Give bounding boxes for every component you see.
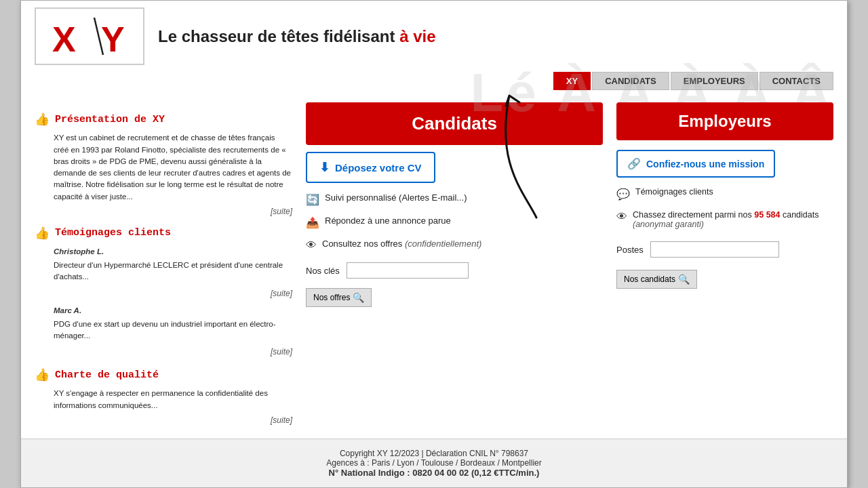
footer-copyright: Copyright XY 12/2023 | Déclaration CNIL …	[28, 449, 840, 458]
tagline: Le chasseur de têtes fidélisant à vie	[158, 27, 436, 46]
charte-icon: 👍	[35, 367, 50, 382]
right-feature-temoignages: 💬 Témoignages clients	[616, 187, 833, 201]
charte-suite[interactable]: [suite]	[35, 415, 292, 425]
temoignages-right-icon: 💬	[616, 188, 630, 201]
temoignages-title: 👍 Témoignages clients	[35, 226, 292, 241]
svg-text:Y: Y	[101, 20, 125, 58]
temoignages-icon: 👍	[35, 226, 50, 241]
search-btn-row: Nos offres 🔍	[306, 288, 603, 307]
center-search-row: Nos clés	[306, 262, 603, 279]
nav-item-xy[interactable]: XY	[553, 72, 591, 90]
download-icon: ⬇	[319, 160, 330, 175]
candidats-count-note: (anonymat garanti)	[633, 220, 704, 229]
charte-body: XY s'engage à respecter en permanence la…	[54, 388, 292, 411]
tagline-text: Le chasseur de têtes fidélisant	[158, 27, 399, 45]
charte-title: 👍 Charte de qualité	[35, 367, 292, 382]
offres-text: Consultez nos offres (confidentiellement…	[322, 239, 481, 249]
search-label: Nos clés	[306, 266, 340, 276]
testimony-2-name: Marc A.	[54, 305, 292, 317]
footer-agencies: Agences à : Paris / Lyon / Toulouse / Bo…	[28, 458, 840, 468]
candidats-count-before: Chassez directement parmi nos	[633, 210, 754, 220]
svg-text:X: X	[52, 20, 76, 58]
presentation-body: XY est un cabinet de recrutement et de c…	[54, 132, 292, 203]
annonce-icon: 📤	[306, 216, 319, 229]
page-wrapper: X Y Le chasseur de têtes fidélisant à vi…	[20, 0, 848, 488]
temoignages-body: Christophe L. Directeur d'un Hypermarché…	[54, 246, 292, 359]
logo-svg: X Y	[45, 14, 134, 58]
offres-label: Consultez nos offres	[322, 239, 402, 249]
employeurs-button[interactable]: Employeurs	[616, 102, 833, 140]
presentation-title: 👍 Présentation de XY	[35, 112, 292, 127]
nav-item-employeurs[interactable]: EMPLOYEURS	[671, 72, 758, 90]
temoignages-title-text: Témoignages clients	[55, 227, 171, 239]
footer-national: N° National Indigo : 0820 04 00 02 (0,12…	[28, 468, 840, 478]
charte-title-text: Charte de qualité	[55, 369, 159, 381]
candidats-button[interactable]: Candidats	[306, 102, 603, 145]
logo-box: X Y	[35, 7, 144, 65]
right-feature-candidats: 👁 Chassez directement parmi nos 95 584 c…	[616, 210, 833, 229]
nav-item-candidats[interactable]: CANDIDATS	[592, 72, 669, 90]
testimony-1-name: Christophe L.	[54, 246, 292, 258]
testimony-1-suite[interactable]: [suite]	[54, 287, 292, 300]
presentation-icon: 👍	[35, 112, 50, 127]
nav-bar: XY CANDIDATS EMPLOYEURS CONTACTS	[21, 72, 847, 96]
nos-candidats-button[interactable]: Nos candidats 🔍	[616, 270, 697, 289]
offres-icon: 👁	[306, 239, 317, 251]
nos-candidats-label: Nos candidats	[624, 274, 675, 284]
mission-button[interactable]: 🔗 Confiez-nous une mission	[616, 150, 775, 178]
suivi-icon: 🔄	[306, 193, 319, 206]
search-icon: 🔍	[353, 292, 364, 303]
nav-item-contacts[interactable]: CONTACTS	[760, 72, 833, 90]
candidats-count-after: candidats	[780, 210, 818, 220]
candidats-search-icon: 🔍	[678, 274, 690, 285]
postes-label: Postes	[616, 245, 644, 255]
postes-input[interactable]	[650, 241, 779, 258]
nav-items: XY CANDIDATS EMPLOYEURS CONTACTS	[553, 72, 833, 90]
mission-btn-label: Confiez-nous une mission	[646, 159, 764, 169]
testimony-1-text: Directeur d'un Hypermarché LECLERC et pr…	[54, 260, 292, 283]
postes-row: Postes	[616, 241, 833, 258]
temoignages-right-text: Témoignages clients	[635, 187, 713, 197]
candidats-count-number: 95 584	[754, 210, 780, 220]
tagline-highlight: à vie	[399, 27, 435, 45]
feature-offres: 👁 Consultez nos offres (confidentielleme…	[306, 239, 603, 251]
header: X Y Le chasseur de têtes fidélisant à vi…	[21, 1, 847, 72]
testimony-2-suite[interactable]: [suite]	[54, 346, 292, 358]
footer: Copyright XY 12/2023 | Déclaration CNIL …	[21, 439, 847, 487]
annonce-text: Répondez à une annonce parue	[325, 216, 451, 226]
cv-btn-label: Déposez votre CV	[335, 162, 422, 174]
cv-button[interactable]: ⬇ Déposez votre CV	[306, 152, 435, 183]
national-text: N° National Indigo : 0820 04 00 02	[329, 468, 469, 478]
nos-offres-button[interactable]: Nos offres 🔍	[306, 288, 372, 307]
candidats-count-text: Chassez directement parmi nos 95 584 can…	[633, 210, 833, 229]
feature-suivi: 🔄 Suivi personnalisé (Alertes E-mail...)	[306, 192, 603, 206]
presentation-suite[interactable]: [suite]	[35, 207, 292, 216]
center-column: Candidats ⬇ Déposez votre CV 🔄 Suivi per…	[306, 102, 603, 425]
external-link-icon: 🔗	[627, 157, 641, 170]
main-content: 👍 Présentation de XY XY est un cabinet d…	[21, 96, 847, 439]
testimony-2-text: PDG d'une ex start up devenu un industri…	[54, 319, 292, 342]
nos-offres-label: Nos offres	[313, 293, 350, 302]
testimony-1: Christophe L. Directeur d'un Hypermarché…	[54, 246, 292, 283]
national-note: (0,12 €TTC/min.)	[471, 468, 539, 478]
offres-note: (confidentiellement)	[405, 239, 481, 249]
candidats-search-btn-row: Nos candidats 🔍	[616, 270, 833, 289]
suivi-text: Suivi personnalisé (Alertes E-mail...)	[325, 192, 467, 203]
presentation-title-text: Présentation de XY	[55, 114, 165, 125]
feature-annonce: 📤 Répondez à une annonce parue	[306, 216, 603, 229]
left-column: 👍 Présentation de XY XY est un cabinet d…	[35, 102, 292, 425]
candidats-count-icon: 👁	[616, 211, 627, 223]
search-input[interactable]	[347, 262, 469, 279]
right-column: Lé À A À À Â Employeurs 🔗 Confiez-nous u…	[616, 102, 833, 425]
testimony-2: Marc A. PDG d'une ex start up devenu un …	[54, 305, 292, 342]
